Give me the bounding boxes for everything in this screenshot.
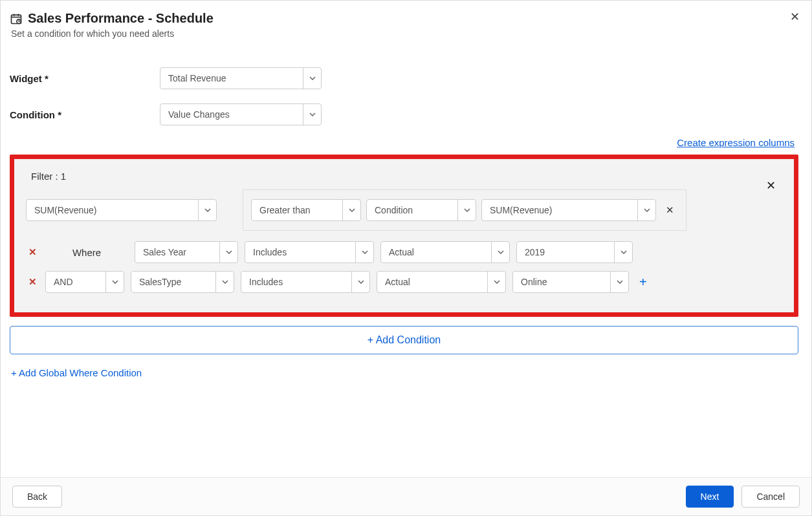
schedule-dialog: Sales Performance - Schedule Set a condi… xyxy=(0,0,812,516)
compare-value-dropdown[interactable]: SUM(Revenue) xyxy=(481,199,656,221)
where-field-value: Sales Year xyxy=(135,242,219,263)
where-op-dropdown[interactable]: Includes xyxy=(241,271,370,293)
where-value-text: Online xyxy=(513,272,610,292)
chevron-down-icon xyxy=(219,242,237,263)
comparator-value: Greater than xyxy=(252,200,342,220)
where-mode-dropdown[interactable]: Actual xyxy=(377,271,506,293)
condition-value: Value Changes xyxy=(160,104,303,125)
add-where-icon[interactable]: + xyxy=(639,275,647,290)
compare-value-text: SUM(Revenue) xyxy=(482,200,637,220)
add-global-where-link[interactable]: + Add Global Where Condition xyxy=(10,367,798,378)
where-label: Where xyxy=(45,247,128,258)
chevron-down-icon xyxy=(491,242,509,263)
chevron-down-icon xyxy=(614,242,632,263)
where-op-value: Includes xyxy=(245,242,355,263)
widget-label: Widget * xyxy=(10,73,160,84)
chevron-down-icon xyxy=(351,272,369,292)
chevron-down-icon xyxy=(105,272,124,292)
compare-type-dropdown[interactable]: Condition xyxy=(366,199,476,221)
filter-title: Filter : 1 xyxy=(31,171,782,182)
dialog-title: Sales Performance - Schedule xyxy=(28,11,214,26)
condition-label: Condition * xyxy=(10,109,160,120)
chevron-down-icon xyxy=(215,272,234,292)
next-button[interactable]: Next xyxy=(686,486,734,508)
where-value-dropdown[interactable]: Online xyxy=(512,271,629,293)
calendar-icon xyxy=(10,12,23,25)
where-row: ✕ Where Sales Year Includes Actual xyxy=(26,241,782,263)
where-mode-value: Actual xyxy=(381,242,491,263)
measure-value: SUM(Revenue) xyxy=(27,200,198,220)
create-expression-link[interactable]: Create expression columns xyxy=(677,137,795,148)
dialog-header: Sales Performance - Schedule Set a condi… xyxy=(1,1,811,43)
chevron-down-icon xyxy=(610,272,628,292)
chevron-down-icon xyxy=(303,68,321,89)
where-op-dropdown[interactable]: Includes xyxy=(245,241,374,263)
back-button[interactable]: Back xyxy=(12,486,62,508)
logic-value: AND xyxy=(46,272,105,292)
logic-dropdown[interactable]: AND xyxy=(45,271,124,293)
comparison-group: Greater than Condition SUM(Revenue) xyxy=(243,189,686,231)
dialog-body: Widget * Total Revenue Condition * Value… xyxy=(1,43,811,477)
filter-close-icon[interactable]: ✕ xyxy=(766,178,776,193)
chevron-down-icon xyxy=(487,272,505,292)
close-icon[interactable]: ✕ xyxy=(790,10,800,24)
where-row: ✕ AND SalesType Includes Actual xyxy=(26,271,782,293)
comparator-dropdown[interactable]: Greater than xyxy=(251,199,361,221)
remove-where-icon[interactable]: ✕ xyxy=(26,276,39,288)
where-value-dropdown[interactable]: 2019 xyxy=(516,241,633,263)
where-mode-value: Actual xyxy=(377,272,487,292)
compare-type-value: Condition xyxy=(367,200,457,220)
filter-panel: Filter : 1 ✕ SUM(Revenue) Greater than xyxy=(10,155,798,317)
where-field-dropdown[interactable]: Sales Year xyxy=(135,241,238,263)
chevron-down-icon xyxy=(303,104,321,125)
where-value-text: 2019 xyxy=(517,242,614,263)
where-op-value: Includes xyxy=(241,272,351,292)
chevron-down-icon xyxy=(198,200,216,220)
remove-comparison-icon[interactable]: ✕ xyxy=(661,202,678,219)
widget-value: Total Revenue xyxy=(160,68,303,89)
add-condition-button[interactable]: + Add Condition xyxy=(10,326,798,354)
condition-dropdown[interactable]: Value Changes xyxy=(160,103,322,125)
chevron-down-icon xyxy=(637,200,655,220)
remove-where-icon[interactable]: ✕ xyxy=(26,246,39,258)
dialog-footer: Back Next Cancel xyxy=(1,477,811,515)
chevron-down-icon xyxy=(457,200,476,220)
where-field-dropdown[interactable]: SalesType xyxy=(131,271,234,293)
where-field-value: SalesType xyxy=(131,272,215,292)
chevron-down-icon xyxy=(355,242,373,263)
widget-dropdown[interactable]: Total Revenue xyxy=(160,67,322,89)
measure-dropdown[interactable]: SUM(Revenue) xyxy=(26,199,217,221)
where-mode-dropdown[interactable]: Actual xyxy=(380,241,510,263)
dialog-subtitle: Set a condition for which you need alert… xyxy=(11,28,798,39)
chevron-down-icon xyxy=(342,200,360,220)
cancel-button[interactable]: Cancel xyxy=(741,486,800,508)
